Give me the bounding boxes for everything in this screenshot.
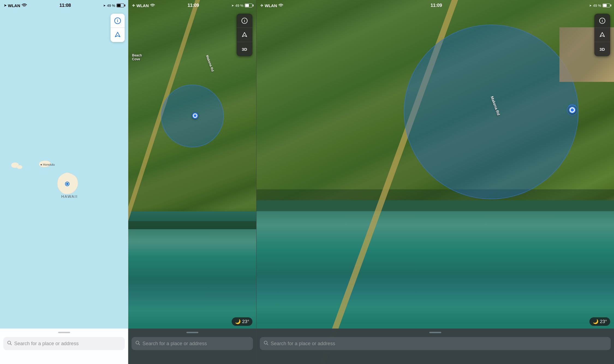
status-time-3: 11:09 — [431, 3, 442, 8]
search-container-1: Search for a place or address — [0, 329, 128, 364]
status-bar-2: ✈ WLAN 11:09 ➤ 49 % — [128, 0, 256, 11]
search-handle-2 — [186, 332, 198, 333]
search-icon-2 — [135, 341, 140, 347]
search-bar-2[interactable]: Search for a place or address — [132, 337, 253, 350]
status-left-1: ➤ WLAN — [4, 3, 27, 8]
status-left-3: ✈ WLAN — [260, 3, 283, 8]
wifi-icon-1 — [22, 3, 27, 8]
battery-icon-1 — [117, 4, 124, 7]
battery-percent-1: 49 % — [107, 4, 115, 8]
svg-point-1 — [17, 165, 22, 169]
panel-standard-map: ➤ WLAN 11:08 ➤ 49 % — [0, 0, 128, 364]
3d-button-2[interactable]: 3D — [237, 42, 252, 56]
status-bar-3: ✈ WLAN 11:09 ➤ 49 % — [257, 0, 614, 11]
svg-text:i: i — [602, 19, 603, 23]
location-icon-1: ➤ — [103, 4, 106, 7]
svg-text:● 
        Honolulu: ● Honolulu — [40, 163, 55, 166]
location-arrow-icon-1: ➤ — [4, 4, 7, 7]
info-icon-3: i — [599, 17, 606, 24]
location-dot-2 — [192, 113, 198, 119]
status-time-2: 11:09 — [187, 3, 199, 8]
weather-badge-2: 🌙 23° — [232, 317, 252, 326]
temperature-3: 23° — [600, 319, 607, 324]
navigate-icon-2 — [241, 32, 248, 38]
network-label-3: WLAN — [265, 3, 277, 8]
svg-point-6 — [66, 183, 68, 185]
navigate-icon-3 — [599, 32, 606, 38]
info-button-1[interactable]: i — [111, 14, 125, 28]
status-time-1: 11:08 — [59, 3, 71, 8]
accuracy-circle-3 — [404, 25, 579, 199]
beach-label-2: BeachCove — [132, 53, 142, 61]
svg-text:i: i — [117, 19, 118, 23]
svg-line-10 — [10, 344, 12, 345]
search-icon-1 — [7, 341, 12, 347]
navigate-button-1[interactable] — [111, 28, 125, 42]
search-container-3: Search for a place or address — [257, 329, 614, 364]
location-icon-2: ➤ — [231, 4, 234, 7]
battery-percent-2: 49 % — [235, 4, 243, 8]
airplane-icon-2: ✈ — [132, 4, 135, 8]
svg-line-18 — [267, 344, 268, 345]
search-bar-1[interactable]: Search for a place or address — [3, 337, 125, 350]
network-label-1: WLAN — [8, 3, 20, 8]
weather-badge-3: 🌙 23° — [589, 317, 610, 326]
battery-fill-1 — [117, 4, 121, 7]
wifi-icon-2 — [150, 3, 155, 8]
info-button-2[interactable]: i — [237, 14, 252, 28]
3d-label-2: 3D — [242, 47, 247, 52]
info-icon-2: i — [241, 17, 248, 24]
standard-map-bg[interactable]: ● Honolulu HAWAII — [0, 0, 128, 364]
location-dot-inner-2 — [194, 114, 196, 117]
moon-icon-2: 🌙 — [235, 319, 241, 324]
svg-text:HAWAII: HAWAII — [61, 194, 78, 199]
battery-fill-2 — [245, 4, 249, 7]
status-right-3: ➤ 49 % — [589, 4, 610, 8]
temperature-2: 23° — [242, 319, 249, 324]
map-controls-1: i — [111, 14, 125, 42]
location-icon-3: ➤ — [589, 4, 592, 7]
svg-text:i: i — [244, 19, 245, 23]
map-controls-3: i 3D — [594, 14, 610, 56]
search-icon-3 — [264, 341, 269, 347]
3d-button-3[interactable]: 3D — [594, 42, 610, 56]
airplane-icon-3: ✈ — [260, 4, 263, 8]
moon-icon-3: 🌙 — [593, 319, 598, 324]
status-right-1: ➤ 49 % — [103, 4, 124, 8]
search-bar-3[interactable]: Search for a place or address — [260, 337, 611, 350]
search-container-2: Search for a place or address — [128, 329, 256, 364]
network-label-2: WLAN — [136, 3, 149, 8]
aerial-map-bg-3[interactable]: Makena Rd — [257, 0, 614, 364]
status-left-2: ✈ WLAN — [132, 3, 155, 8]
info-icon-1: i — [114, 17, 121, 24]
svg-line-14 — [139, 344, 140, 345]
search-placeholder-3: Search for a place or address — [271, 341, 607, 347]
status-right-2: ➤ 49 % — [231, 4, 252, 8]
search-handle-3 — [429, 332, 441, 333]
info-button-3[interactable]: i — [594, 14, 610, 28]
battery-percent-3: 49 % — [593, 4, 601, 8]
panel-aerial-zoomed: Makena Rd ✈ WLAN 11:09 ➤ 49 % i — [257, 0, 614, 364]
map-controls-2: i 3D — [237, 14, 252, 56]
search-placeholder-2: Search for a place or address — [142, 341, 249, 347]
location-loading-ring-3 — [567, 105, 578, 115]
panel-aerial-map: BeachCove Makena Rd ✈ WLAN 11:09 ➤ 49 % … — [128, 0, 257, 364]
battery-icon-2 — [245, 4, 252, 7]
status-bar-1: ➤ WLAN 11:08 ➤ 49 % — [0, 0, 128, 11]
battery-icon-3 — [603, 4, 610, 7]
3d-label-3: 3D — [600, 47, 605, 52]
battery-fill-3 — [603, 4, 607, 7]
navigate-icon-1 — [114, 31, 121, 38]
navigate-button-3[interactable] — [594, 28, 610, 42]
navigate-button-2[interactable] — [237, 28, 252, 42]
search-placeholder-1: Search for a place or address — [14, 341, 121, 347]
search-handle-1 — [58, 332, 70, 333]
wifi-icon-3 — [278, 3, 283, 8]
hawaii-svg: ● Honolulu HAWAII — [0, 0, 128, 364]
